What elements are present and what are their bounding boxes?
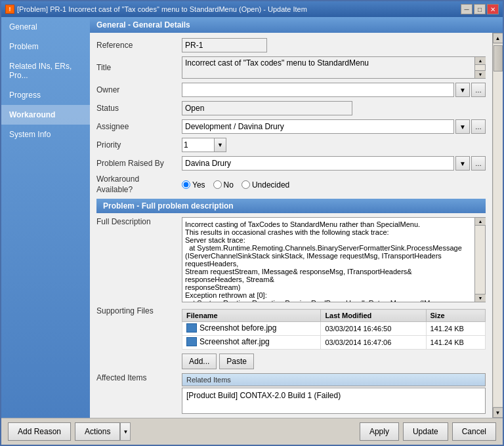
table-row: Screenshot after.jpg 03/03/2014 16:47:06… (182, 336, 486, 350)
radio-no[interactable]: No (213, 180, 234, 190)
workaround-label: Workaround Available? (96, 174, 182, 195)
workaround-row: Workaround Available? Yes No (96, 174, 486, 195)
problem-section-header: Problem - Full problem description (96, 199, 486, 213)
general-section-header: General - General Details (90, 17, 503, 33)
affected-items-area: Related Items [Product Build] CONTAX-2.0… (182, 373, 486, 418)
scroll-down-btn[interactable]: ▼ (493, 407, 503, 418)
file-modified-cell: 03/03/2014 16:46:50 (321, 322, 426, 336)
affected-item-entry: [Product Build] CONTAX-2.0 Build 1 (Fail… (186, 391, 481, 400)
supporting-files-table: Filename Last Modified Size (182, 309, 486, 350)
radio-undecided[interactable]: Undecided (242, 180, 289, 190)
affected-items-box: [Product Build] CONTAX-2.0 Build 1 (Fail… (182, 388, 486, 414)
title-row: Title Incorrect cast of "Tax codes" menu… (96, 56, 486, 79)
owner-input[interactable] (182, 83, 454, 97)
file-name-cell: Screenshot after.jpg (182, 336, 321, 350)
full-description-label: Full Description (96, 217, 182, 226)
full-description-input[interactable]: Incorrect casting of TaxCodes to Standar… (182, 217, 475, 302)
title-buttons: ─ □ ✕ (461, 4, 499, 14)
sidebar-item-general[interactable]: General (1, 17, 90, 37)
title-scroll-down[interactable]: ▼ (475, 70, 486, 78)
full-description-row: Full Description Incorrect casting of Ta… (96, 217, 486, 302)
update-button[interactable]: Update (403, 422, 448, 441)
supporting-files-area: Filename Last Modified Size (182, 306, 486, 369)
sidebar-item-sysinfo[interactable]: System Info (1, 125, 90, 144)
raised-by-label: Problem Raised By (96, 159, 182, 168)
main-window: ! [Problem] PR-1 Incorrect cast of "Tax … (0, 0, 504, 446)
assignee-browse-btn[interactable]: … (471, 119, 486, 134)
assignee-row: Assignee ▼ … (96, 119, 486, 134)
sidebar-item-problem[interactable]: Problem (1, 37, 90, 56)
col-size: Size (426, 310, 485, 322)
maximize-button[interactable]: □ (474, 4, 486, 14)
cancel-button[interactable]: Cancel (452, 422, 496, 441)
status-row: Status (96, 101, 486, 115)
reference-row: Reference (96, 38, 486, 52)
status-input[interactable] (182, 101, 352, 115)
file-name-cell: Screenshot before.jpg (182, 322, 321, 336)
affected-items-label: Affected Items (96, 373, 182, 382)
scroll-up-btn[interactable]: ▲ (493, 33, 503, 43)
supporting-files-row: Supporting Files Filename Last Modified … (96, 306, 486, 369)
form-area: Reference Title Incorrect cast of "Tax c… (90, 33, 492, 418)
priority-arrow-btn[interactable]: ▼ (215, 138, 226, 152)
raised-by-dropdown-btn[interactable]: ▼ (455, 156, 470, 171)
title-bar-left: ! [Problem] PR-1 Incorrect cast of "Tax … (5, 5, 307, 14)
scroll-track (494, 44, 503, 407)
table-row: Screenshot before.jpg 03/03/2014 16:46:5… (182, 322, 486, 336)
priority-label: Priority (96, 140, 182, 150)
sidebar-item-related[interactable]: Related INs, ERs, Pro... (1, 56, 90, 85)
main-content: General Problem Related INs, ERs, Pro...… (1, 17, 503, 418)
assignee-label: Assignee (96, 122, 182, 131)
sidebar-item-workaround[interactable]: Workaround (1, 105, 90, 125)
bottom-bar: Add Reason Actions ▼ Apply Update Cancel (1, 418, 503, 445)
paste-file-button[interactable]: Paste (219, 354, 254, 369)
related-items-tab[interactable]: Related Items (182, 373, 486, 386)
title-bar: ! [Problem] PR-1 Incorrect cast of "Tax … (1, 1, 503, 17)
close-button[interactable]: ✕ (487, 4, 499, 14)
raised-by-row: Problem Raised By ▼ … (96, 156, 486, 171)
radio-yes[interactable]: Yes (182, 180, 205, 190)
actions-arrow[interactable]: ▼ (120, 422, 131, 441)
owner-dropdown-btn[interactable]: ▼ (455, 83, 470, 97)
add-file-button[interactable]: Add... (182, 354, 217, 369)
assignee-dropdown-btn[interactable]: ▼ (455, 119, 470, 134)
file-modified-cell: 03/03/2014 16:47:06 (321, 336, 426, 350)
reference-label: Reference (96, 41, 182, 50)
priority-row: Priority ▼ (96, 138, 486, 152)
status-label: Status (96, 104, 182, 113)
supporting-files-label: Supporting Files (96, 306, 182, 315)
title-input[interactable]: Incorrect cast of "Tax codes" menu to St… (182, 56, 475, 79)
sidebar-item-progress[interactable]: Progress (1, 85, 90, 105)
file-buttons: Add... Paste (182, 354, 486, 369)
file-icon: Screenshot after.jpg (186, 337, 270, 346)
desc-scroll-up[interactable]: ▲ (475, 218, 486, 226)
priority-control: ▼ (182, 138, 226, 152)
file-size-cell: 141.24 KB (426, 336, 485, 350)
content-area: General - General Details Reference Titl… (90, 17, 503, 418)
col-filename: Filename (182, 310, 321, 322)
assignee-input-group: ▼ … (182, 119, 486, 134)
owner-browse-btn[interactable]: … (471, 83, 486, 97)
raised-by-browse-btn[interactable]: … (471, 156, 486, 171)
workaround-radio-group: Yes No Undecided (182, 180, 289, 190)
scroll-thumb[interactable] (494, 45, 503, 71)
apply-button[interactable]: Apply (360, 422, 399, 441)
affected-items-row: Affected Items Related Items [Product Bu… (96, 373, 486, 418)
title-scroll-up[interactable]: ▲ (475, 57, 486, 65)
assignee-input[interactable] (182, 119, 454, 134)
priority-input[interactable] (182, 138, 215, 152)
window-icon: ! (5, 5, 14, 14)
raised-by-input[interactable] (182, 156, 454, 171)
file-icon: Screenshot before.jpg (186, 323, 276, 333)
owner-input-group: ▼ … (182, 83, 486, 97)
desc-scroll-down[interactable]: ▼ (475, 294, 486, 302)
minimize-button[interactable]: ─ (461, 4, 472, 14)
reference-input[interactable] (182, 38, 267, 52)
bottom-bar-right: Apply Update Cancel (360, 422, 496, 441)
add-reason-button[interactable]: Add Reason (8, 422, 71, 441)
actions-split-btn: Actions ▼ (75, 422, 131, 441)
owner-label: Owner (96, 85, 182, 94)
col-modified: Last Modified (321, 310, 426, 322)
file-thumb (186, 323, 197, 333)
actions-button[interactable]: Actions (75, 422, 120, 441)
